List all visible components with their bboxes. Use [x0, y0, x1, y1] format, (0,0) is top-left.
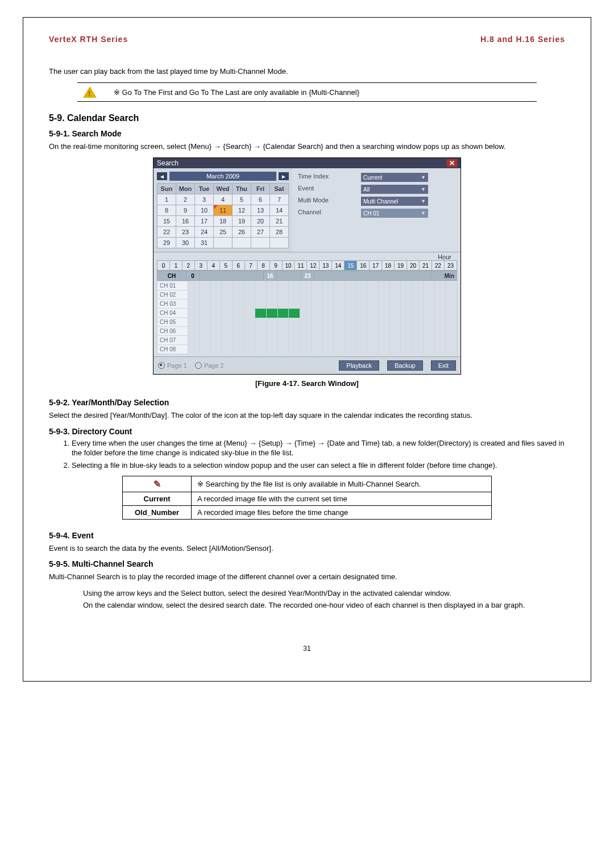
channel-minute-cell[interactable] [345, 281, 356, 290]
next-month-button[interactable]: ► [279, 172, 289, 180]
channel-minute-cell[interactable] [356, 345, 367, 354]
calendar-day-cell[interactable]: 25 [214, 227, 233, 238]
channel-minute-cell[interactable] [188, 309, 200, 318]
channel-minute-cell[interactable] [367, 318, 379, 327]
channel-minute-cell[interactable] [423, 290, 434, 300]
channel-minute-cell[interactable] [334, 309, 345, 318]
channel-minute-cell[interactable] [289, 290, 300, 300]
channel-minute-cell[interactable] [446, 300, 457, 309]
hour-cell[interactable]: 3 [194, 261, 207, 271]
channel-minute-cell[interactable] [389, 318, 401, 327]
channel-minute-cell[interactable] [244, 318, 255, 327]
channel-minute-cell[interactable] [446, 290, 457, 300]
channel-minute-cell[interactable] [300, 309, 312, 318]
channel-minute-cell[interactable] [334, 318, 345, 327]
channel-minute-cell[interactable] [389, 336, 401, 345]
calendar-day-cell[interactable]: 31 [195, 238, 214, 248]
channel-minute-cell[interactable] [210, 309, 222, 318]
hour-cell[interactable]: 22 [432, 261, 444, 271]
channel-minute-cell[interactable] [188, 300, 200, 309]
hour-cell[interactable]: 2 [182, 261, 194, 271]
channel-minute-cell[interactable] [356, 290, 367, 300]
calendar-day-cell[interactable]: 1 [157, 194, 176, 205]
channel-minute-cell[interactable] [311, 309, 322, 318]
hour-cell[interactable]: 16 [357, 261, 370, 271]
channel-minute-cell[interactable] [322, 336, 334, 345]
channel-minute-cell[interactable] [188, 345, 200, 354]
channel-minute-cell[interactable] [334, 336, 345, 345]
channel-minute-cell[interactable] [412, 309, 424, 318]
channel-minute-cell[interactable] [311, 336, 322, 345]
channel-minute-cell[interactable] [222, 300, 233, 309]
channel-minute-cell[interactable] [367, 336, 379, 345]
channel-minute-cell[interactable] [311, 318, 322, 327]
channel-minute-cell[interactable] [289, 300, 300, 309]
hour-cell[interactable]: 9 [269, 261, 282, 271]
calendar-day-cell[interactable]: 2 [176, 194, 195, 205]
channel-minute-cell[interactable] [266, 336, 277, 345]
channel-minute-cell[interactable] [389, 327, 401, 336]
calendar-day-cell[interactable]: 11 [214, 205, 233, 216]
channel-minute-cell[interactable] [423, 309, 434, 318]
calendar-day-cell[interactable]: 28 [270, 227, 289, 238]
channel-minute-cell[interactable] [423, 345, 434, 354]
calendar-day-cell[interactable]: 20 [251, 216, 270, 227]
channel-row-label[interactable]: CH 07 [157, 336, 188, 345]
calendar-day-cell[interactable]: 18 [214, 216, 233, 227]
channel-minute-cell[interactable] [199, 318, 210, 327]
channel-minute-cell[interactable] [311, 281, 322, 290]
channel-minute-cell[interactable] [378, 336, 389, 345]
channel-minute-cell[interactable] [446, 309, 457, 318]
channel-minute-cell[interactable] [356, 309, 367, 318]
calendar-day-cell[interactable]: 21 [270, 216, 289, 227]
calendar-day-cell[interactable]: 13 [251, 205, 270, 216]
channel-minute-cell[interactable] [401, 318, 412, 327]
channel-minute-cell[interactable] [199, 290, 210, 300]
channel-minute-cell[interactable] [322, 327, 334, 336]
channel-minute-cell[interactable] [255, 327, 267, 336]
channel-minute-cell[interactable] [401, 309, 412, 318]
channel-minute-cell[interactable] [322, 300, 334, 309]
channel-minute-cell[interactable] [446, 327, 457, 336]
calendar-day-cell[interactable]: 30 [176, 238, 195, 248]
channel-minute-cell[interactable] [412, 327, 424, 336]
channel-minute-cell[interactable] [434, 290, 446, 300]
channel-minute-cell[interactable] [434, 318, 446, 327]
channel-minute-cell[interactable] [311, 345, 322, 354]
time-index-dropdown[interactable]: Current▼ [361, 173, 428, 182]
channel-minute-cell[interactable] [345, 345, 356, 354]
channel-minute-cell[interactable] [289, 281, 300, 290]
channel-row-label[interactable]: CH 02 [157, 290, 188, 300]
hour-cell[interactable]: 14 [332, 261, 345, 271]
calendar-day-cell[interactable]: 3 [195, 194, 214, 205]
channel-minute-cell[interactable] [311, 300, 322, 309]
channel-minute-cell[interactable] [412, 300, 424, 309]
channel-minute-cell[interactable] [401, 345, 412, 354]
hour-cell[interactable]: 18 [382, 261, 395, 271]
calendar-day-cell[interactable]: 8 [157, 205, 176, 216]
channel-minute-cell[interactable] [277, 327, 289, 336]
channel-minute-cell[interactable] [199, 327, 210, 336]
channel-minute-cell[interactable] [423, 327, 434, 336]
channel-minute-cell[interactable] [434, 345, 446, 354]
channel-minute-cell[interactable] [244, 309, 255, 318]
channel-minute-cell[interactable] [255, 290, 267, 300]
calendar-day-cell[interactable]: 12 [233, 205, 251, 216]
hour-cell[interactable]: 6 [232, 261, 244, 271]
channel-minute-cell[interactable] [378, 309, 389, 318]
channel-minute-cell[interactable] [233, 281, 244, 290]
channel-minute-cell[interactable] [266, 318, 277, 327]
channel-minute-cell[interactable] [199, 300, 210, 309]
channel-minute-cell[interactable] [367, 309, 379, 318]
channel-minute-cell[interactable] [300, 300, 312, 309]
channel-minute-cell[interactable] [255, 281, 267, 290]
channel-minute-cell[interactable] [277, 336, 289, 345]
channel-row-label[interactable]: CH 03 [157, 300, 188, 309]
hour-cell[interactable]: 15 [345, 261, 357, 271]
channel-minute-cell[interactable] [255, 300, 267, 309]
channel-minute-cell[interactable] [334, 290, 345, 300]
channel-minute-cell[interactable] [356, 327, 367, 336]
channel-minute-cell[interactable] [322, 318, 334, 327]
channel-minute-cell[interactable] [322, 281, 334, 290]
channel-minute-cell[interactable] [188, 318, 200, 327]
